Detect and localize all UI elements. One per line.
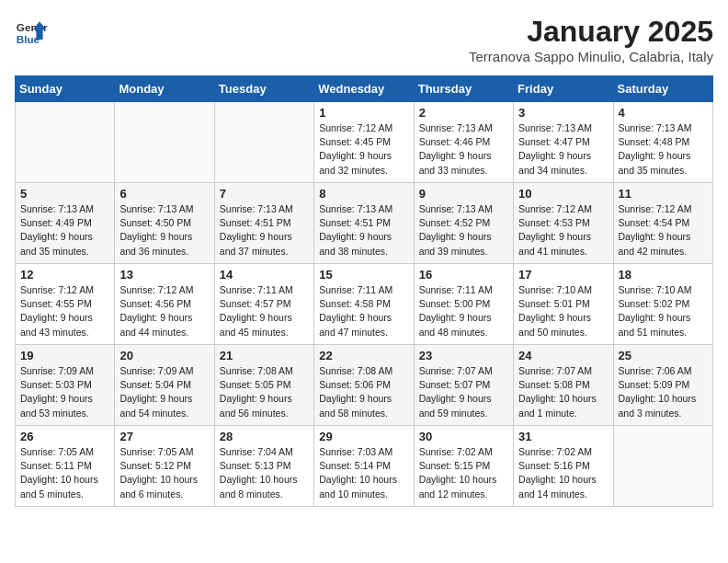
- day-info: Sunrise: 7:10 AM Sunset: 5:01 PM Dayligh…: [518, 283, 608, 339]
- calendar-cell: 9Sunrise: 7:13 AM Sunset: 4:52 PM Daylig…: [414, 183, 513, 264]
- calendar-cell: 4Sunrise: 7:13 AM Sunset: 4:48 PM Daylig…: [613, 102, 712, 183]
- logo: General Blue: [15, 15, 51, 48]
- calendar-cell: 29Sunrise: 7:03 AM Sunset: 5:14 PM Dayli…: [314, 426, 414, 507]
- calendar-cell: [214, 102, 313, 183]
- day-info: Sunrise: 7:12 AM Sunset: 4:55 PM Dayligh…: [20, 283, 109, 339]
- day-info: Sunrise: 7:03 AM Sunset: 5:14 PM Dayligh…: [319, 445, 408, 501]
- day-number: 15: [319, 268, 408, 282]
- day-number: 22: [319, 349, 408, 362]
- title-block: January 2025 Terranova Sappo Minulio, Ca…: [469, 15, 713, 64]
- calendar-cell: 14Sunrise: 7:11 AM Sunset: 4:57 PM Dayli…: [214, 264, 313, 345]
- day-info: Sunrise: 7:07 AM Sunset: 5:07 PM Dayligh…: [419, 364, 508, 420]
- day-number: 14: [220, 268, 309, 282]
- calendar-cell: 30Sunrise: 7:02 AM Sunset: 5:15 PM Dayli…: [414, 426, 513, 507]
- day-info: Sunrise: 7:13 AM Sunset: 4:50 PM Dayligh…: [119, 202, 209, 259]
- day-info: Sunrise: 7:13 AM Sunset: 4:51 PM Dayligh…: [220, 202, 309, 259]
- calendar-cell: 10Sunrise: 7:12 AM Sunset: 4:53 PM Dayli…: [514, 183, 613, 264]
- weekday-header-wednesday: Wednesday: [314, 76, 414, 102]
- day-info: Sunrise: 7:05 AM Sunset: 5:12 PM Dayligh…: [119, 445, 209, 501]
- day-info: Sunrise: 7:02 AM Sunset: 5:16 PM Dayligh…: [518, 445, 608, 501]
- calendar-cell: 20Sunrise: 7:09 AM Sunset: 5:04 PM Dayli…: [115, 345, 214, 426]
- day-number: 13: [119, 268, 209, 282]
- month-year: January 2025: [469, 15, 713, 49]
- calendar-cell: 3Sunrise: 7:13 AM Sunset: 4:47 PM Daylig…: [514, 102, 613, 183]
- day-info: Sunrise: 7:02 AM Sunset: 5:15 PM Dayligh…: [419, 445, 508, 501]
- calendar-cell: 28Sunrise: 7:04 AM Sunset: 5:13 PM Dayli…: [214, 426, 313, 507]
- day-info: Sunrise: 7:12 AM Sunset: 4:45 PM Dayligh…: [319, 121, 408, 178]
- calendar-week-1: 1Sunrise: 7:12 AM Sunset: 4:45 PM Daylig…: [16, 102, 713, 183]
- day-number: 30: [419, 430, 508, 443]
- weekday-header-saturday: Saturday: [613, 76, 712, 102]
- day-info: Sunrise: 7:09 AM Sunset: 5:03 PM Dayligh…: [20, 364, 109, 420]
- location: Terranova Sappo Minulio, Calabria, Italy: [469, 49, 713, 64]
- day-info: Sunrise: 7:10 AM Sunset: 5:02 PM Dayligh…: [619, 283, 708, 339]
- calendar-cell: 8Sunrise: 7:13 AM Sunset: 4:51 PM Daylig…: [314, 183, 414, 264]
- day-number: 29: [319, 430, 408, 443]
- day-info: Sunrise: 7:13 AM Sunset: 4:48 PM Dayligh…: [619, 121, 708, 178]
- calendar-week-4: 19Sunrise: 7:09 AM Sunset: 5:03 PM Dayli…: [16, 345, 713, 426]
- calendar-cell: 23Sunrise: 7:07 AM Sunset: 5:07 PM Dayli…: [414, 345, 513, 426]
- day-info: Sunrise: 7:13 AM Sunset: 4:47 PM Dayligh…: [518, 121, 608, 178]
- calendar-cell: [16, 102, 115, 183]
- day-info: Sunrise: 7:08 AM Sunset: 5:06 PM Dayligh…: [319, 364, 408, 420]
- calendar-cell: 17Sunrise: 7:10 AM Sunset: 5:01 PM Dayli…: [514, 264, 613, 345]
- calendar-cell: 26Sunrise: 7:05 AM Sunset: 5:11 PM Dayli…: [16, 426, 115, 507]
- calendar-cell: 11Sunrise: 7:12 AM Sunset: 4:54 PM Dayli…: [613, 183, 712, 264]
- day-number: 4: [619, 106, 708, 120]
- day-number: 7: [220, 187, 309, 201]
- calendar-cell: 16Sunrise: 7:11 AM Sunset: 5:00 PM Dayli…: [414, 264, 513, 345]
- calendar-cell: 7Sunrise: 7:13 AM Sunset: 4:51 PM Daylig…: [214, 183, 313, 264]
- calendar-cell: 19Sunrise: 7:09 AM Sunset: 5:03 PM Dayli…: [16, 345, 115, 426]
- calendar-cell: [115, 102, 214, 183]
- day-info: Sunrise: 7:05 AM Sunset: 5:11 PM Dayligh…: [20, 445, 109, 501]
- calendar-week-5: 26Sunrise: 7:05 AM Sunset: 5:11 PM Dayli…: [16, 426, 713, 507]
- calendar-cell: 27Sunrise: 7:05 AM Sunset: 5:12 PM Dayli…: [115, 426, 214, 507]
- logo-icon: General Blue: [15, 15, 48, 48]
- day-number: 18: [619, 268, 708, 282]
- day-number: 21: [220, 349, 309, 362]
- calendar-cell: 2Sunrise: 7:13 AM Sunset: 4:46 PM Daylig…: [414, 102, 513, 183]
- day-number: 23: [419, 349, 508, 362]
- day-number: 5: [20, 187, 109, 201]
- day-number: 12: [20, 268, 109, 282]
- day-number: 17: [518, 268, 608, 282]
- day-number: 16: [419, 268, 508, 282]
- weekday-header-monday: Monday: [115, 76, 214, 102]
- day-info: Sunrise: 7:04 AM Sunset: 5:13 PM Dayligh…: [220, 445, 309, 501]
- calendar-cell: [613, 426, 712, 507]
- day-info: Sunrise: 7:12 AM Sunset: 4:53 PM Dayligh…: [518, 202, 608, 259]
- day-info: Sunrise: 7:07 AM Sunset: 5:08 PM Dayligh…: [518, 364, 608, 420]
- day-number: 9: [419, 187, 508, 201]
- day-number: 26: [20, 430, 109, 443]
- day-info: Sunrise: 7:11 AM Sunset: 5:00 PM Dayligh…: [419, 283, 508, 339]
- day-number: 3: [518, 106, 608, 120]
- day-number: 24: [518, 349, 608, 362]
- calendar-cell: 21Sunrise: 7:08 AM Sunset: 5:05 PM Dayli…: [214, 345, 313, 426]
- day-number: 27: [119, 430, 209, 443]
- page-header: General Blue January 2025 Terranova Sapp…: [15, 15, 713, 64]
- calendar-cell: 18Sunrise: 7:10 AM Sunset: 5:02 PM Dayli…: [613, 264, 712, 345]
- day-info: Sunrise: 7:09 AM Sunset: 5:04 PM Dayligh…: [119, 364, 209, 420]
- day-number: 20: [119, 349, 209, 362]
- calendar-cell: 31Sunrise: 7:02 AM Sunset: 5:16 PM Dayli…: [514, 426, 613, 507]
- calendar-cell: 13Sunrise: 7:12 AM Sunset: 4:56 PM Dayli…: [115, 264, 214, 345]
- weekday-header-friday: Friday: [514, 76, 613, 102]
- weekday-header-sunday: Sunday: [16, 76, 115, 102]
- day-info: Sunrise: 7:12 AM Sunset: 4:54 PM Dayligh…: [619, 202, 708, 259]
- day-number: 11: [619, 187, 708, 201]
- calendar-week-3: 12Sunrise: 7:12 AM Sunset: 4:55 PM Dayli…: [16, 264, 713, 345]
- day-number: 6: [119, 187, 209, 201]
- day-info: Sunrise: 7:06 AM Sunset: 5:09 PM Dayligh…: [619, 364, 708, 420]
- calendar-cell: 24Sunrise: 7:07 AM Sunset: 5:08 PM Dayli…: [514, 345, 613, 426]
- day-number: 8: [319, 187, 408, 201]
- day-info: Sunrise: 7:13 AM Sunset: 4:46 PM Dayligh…: [419, 121, 508, 178]
- day-number: 25: [619, 349, 708, 362]
- calendar-cell: 25Sunrise: 7:06 AM Sunset: 5:09 PM Dayli…: [613, 345, 712, 426]
- day-number: 31: [518, 430, 608, 443]
- weekday-header-row: SundayMondayTuesdayWednesdayThursdayFrid…: [16, 76, 713, 102]
- day-number: 2: [419, 106, 508, 120]
- day-number: 28: [220, 430, 309, 443]
- calendar-week-2: 5Sunrise: 7:13 AM Sunset: 4:49 PM Daylig…: [16, 183, 713, 264]
- day-number: 10: [518, 187, 608, 201]
- day-number: 1: [319, 106, 408, 120]
